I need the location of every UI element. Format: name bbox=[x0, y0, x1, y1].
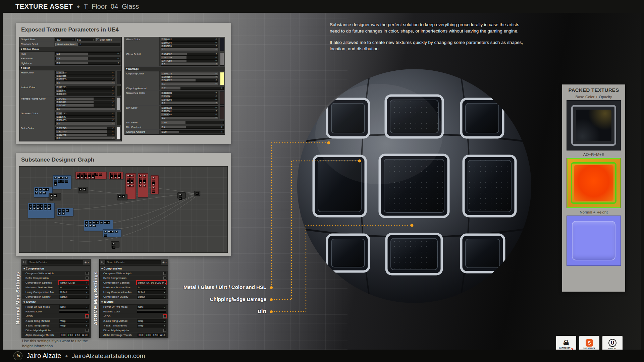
dropdown-compression-quality[interactable]: Default▾ bbox=[59, 295, 89, 299]
reset-icon[interactable]: ↺ bbox=[215, 48, 217, 51]
reset-icon[interactable]: ↺ bbox=[117, 62, 119, 64]
reset-icon[interactable]: ↺ bbox=[117, 53, 119, 55]
reset-icon[interactable]: ↺ bbox=[112, 89, 114, 92]
dropdown-compression-settings[interactable]: Default (DXT1/5, BC1/3 on DX11)▾ bbox=[137, 281, 166, 285]
graph-node-cluster[interactable] bbox=[28, 203, 55, 218]
value-input[interactable]: 1.0↺ bbox=[161, 63, 218, 66]
reset-icon[interactable]: ↺ bbox=[215, 95, 217, 98]
value-input[interactable]: 0.5↺ bbox=[55, 62, 120, 65]
value-input[interactable]: 0.5↺ bbox=[55, 52, 120, 55]
value-input[interactable]: 0.996078↺ bbox=[161, 72, 218, 75]
node-graph-canvas[interactable] bbox=[19, 166, 228, 253]
value-input[interactable]: 1.0↺ bbox=[55, 122, 115, 125]
dropdown-y-axis-tiling-method[interactable]: Wrap▾ bbox=[59, 324, 89, 327]
value-input[interactable]: 0.109804↺ bbox=[161, 41, 218, 44]
graph-node-cluster[interactable] bbox=[78, 187, 88, 193]
reset-icon[interactable]: ↺ bbox=[215, 117, 217, 119]
reset-icon[interactable]: ↺ bbox=[112, 119, 114, 121]
value-input[interactable]: 0.862745↺ bbox=[55, 127, 115, 130]
dropdown-compression-quality[interactable]: Default▾ bbox=[137, 295, 166, 299]
reset-icon[interactable]: ↺ bbox=[112, 81, 114, 84]
value-input[interactable]: 0.29↺ bbox=[161, 130, 224, 133]
padding-color-bar[interactable] bbox=[59, 310, 89, 313]
reset-icon[interactable]: ↺ bbox=[215, 79, 217, 81]
reset-icon[interactable]: ↺ bbox=[215, 60, 217, 62]
dropdown-compression-settings[interactable]: Default (DXT5)▾ bbox=[59, 281, 89, 285]
dropdown-y-axis-tiling-method[interactable]: Wrap▾ bbox=[137, 324, 166, 327]
value-input[interactable]: 0.137255↺ bbox=[161, 45, 218, 48]
checkbox-defer-compression[interactable] bbox=[86, 277, 89, 280]
value-input[interactable]: 1.0↺ bbox=[161, 48, 218, 51]
vector-value[interactable]: W1.0 bbox=[159, 334, 166, 337]
section-header-texture[interactable]: ▾ Texture bbox=[100, 299, 168, 305]
graph-node-cluster[interactable] bbox=[151, 175, 159, 194]
value-input[interactable]: 0.39↺ bbox=[161, 121, 224, 124]
vector-value[interactable]: Y0.0 bbox=[67, 334, 73, 337]
reset-icon[interactable]: ↺ bbox=[221, 126, 222, 128]
value-input[interactable]: 0.152941↺ bbox=[161, 95, 218, 98]
vector-value[interactable]: Z2.0 bbox=[152, 334, 159, 337]
color-swatch[interactable] bbox=[220, 53, 224, 66]
section-header-compression[interactable]: ▾ Compression bbox=[22, 266, 90, 271]
reset-icon[interactable]: ↺ bbox=[112, 108, 114, 110]
value-input[interactable]: 0.643671↺ bbox=[55, 97, 115, 100]
reset-icon[interactable]: ↺ bbox=[117, 57, 119, 60]
reset-icon[interactable]: ↺ bbox=[221, 87, 222, 89]
value-input[interactable]: 0.098039↺ bbox=[55, 93, 115, 96]
graph-node-cluster[interactable] bbox=[49, 193, 61, 200]
color-swatch[interactable] bbox=[220, 106, 224, 119]
reset-icon[interactable]: ↺ bbox=[215, 113, 217, 116]
reset-icon[interactable]: ↺ bbox=[215, 76, 217, 78]
value-input[interactable]: 0.862745↺ bbox=[55, 130, 115, 133]
value-input[interactable]: 1.0↺ bbox=[55, 107, 115, 110]
graph-node-cluster[interactable] bbox=[57, 208, 74, 217]
reset-icon[interactable]: ↺ bbox=[215, 45, 217, 47]
value-input[interactable]: 0.188235↺ bbox=[161, 92, 218, 95]
graph-node-cluster[interactable] bbox=[117, 194, 127, 200]
dropdown-lossy-compression-am[interactable]: Default▾ bbox=[59, 290, 89, 294]
graph-node-cluster[interactable] bbox=[111, 241, 119, 247]
value-input[interactable]: 1.0↺ bbox=[161, 102, 218, 105]
value-input[interactable]: 0.447059↺ bbox=[161, 56, 218, 59]
value-input[interactable]: 0.603922↺ bbox=[161, 79, 218, 82]
color-swatch[interactable] bbox=[117, 86, 121, 96]
reset-icon[interactable]: ↺ bbox=[221, 121, 222, 124]
dropdown-power-of-two-mode[interactable]: None▾ bbox=[137, 305, 166, 309]
checkbox-srgb[interactable] bbox=[86, 315, 89, 318]
value-input[interactable]: 0.4↺ bbox=[161, 126, 224, 129]
dropdown-maximum-texture-size[interactable]: 0▾ bbox=[137, 286, 166, 289]
value-input[interactable]: 0.643671↺ bbox=[55, 104, 115, 107]
reset-icon[interactable]: ↺ bbox=[215, 92, 217, 94]
graph-node-cluster[interactable] bbox=[103, 229, 121, 237]
artstation-link[interactable]: JairoAlzate.artstation.com bbox=[72, 352, 145, 360]
reset-icon[interactable]: ↺ bbox=[215, 72, 217, 75]
value-input[interactable]: 0.098039↺ bbox=[55, 119, 115, 122]
reset-icon[interactable]: ↺ bbox=[215, 102, 217, 104]
reset-icon[interactable]: ↺ bbox=[112, 122, 114, 125]
value-input[interactable]: 0.5↺ bbox=[55, 57, 120, 60]
value-input[interactable]: 1.0↺ bbox=[55, 81, 115, 84]
reset-icon[interactable]: ↺ bbox=[112, 116, 114, 118]
color-swatch[interactable] bbox=[117, 71, 121, 84]
reset-icon[interactable]: ↺ bbox=[215, 99, 217, 101]
value-input[interactable]: 0.447059↺ bbox=[161, 59, 218, 62]
color-swatch[interactable] bbox=[117, 97, 121, 110]
section-header-global-color[interactable]: ▾ Global Color bbox=[19, 47, 121, 52]
size-dropdown[interactable]: 512▾ bbox=[55, 38, 75, 41]
view-options-icon[interactable]: ◉ ▾ bbox=[162, 261, 167, 264]
graph-node-cluster[interactable] bbox=[109, 172, 123, 179]
vector-value[interactable]: Y0.0 bbox=[145, 334, 151, 337]
reset-icon[interactable]: ↺ bbox=[112, 78, 114, 80]
dropdown-x-axis-tiling-method[interactable]: Wrap▾ bbox=[59, 319, 89, 323]
search-input[interactable]: Search Details bbox=[105, 260, 161, 264]
reset-icon[interactable]: ↺ bbox=[112, 127, 114, 129]
value-input[interactable]: 0.137255↺ bbox=[55, 74, 115, 77]
value-input[interactable]: 0.145098↺ bbox=[161, 113, 218, 116]
reset-icon[interactable]: ↺ bbox=[215, 42, 217, 44]
reset-icon[interactable]: ↺ bbox=[112, 137, 114, 139]
checkbox-compress-without-alph[interactable] bbox=[86, 272, 89, 275]
reset-icon[interactable]: ↺ bbox=[215, 56, 217, 59]
value-input[interactable]: 0.31↺ bbox=[161, 87, 224, 90]
checkbox-srgb[interactable] bbox=[163, 315, 166, 318]
value-input[interactable]: 0.992157↺ bbox=[161, 75, 218, 78]
